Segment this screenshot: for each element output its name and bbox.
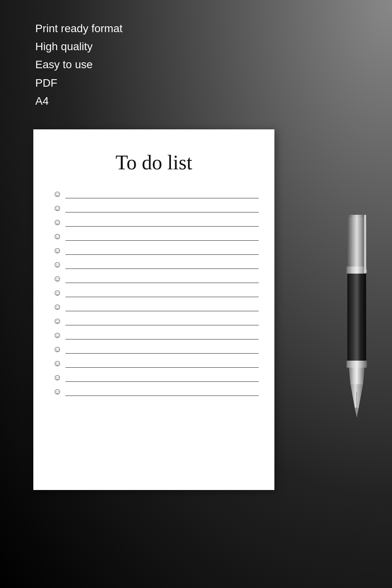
list-item: ☺ [53, 331, 259, 339]
list-item: ☺ [53, 317, 259, 325]
smiley-icon: ☺ [53, 345, 62, 354]
list-item: ☺ [53, 260, 259, 269]
todo-line [65, 373, 259, 382]
todo-line [65, 190, 259, 198]
todo-list: ☺ ☺ ☺ ☺ ☺ ☺ ☺ ☺ [33, 190, 274, 396]
info-line-3: Easy to use [35, 56, 123, 74]
todo-line [65, 331, 259, 339]
info-line-2: High quality [35, 38, 123, 56]
list-item: ☺ [53, 303, 259, 311]
smiley-icon: ☺ [53, 204, 62, 212]
smiley-icon: ☺ [53, 190, 62, 198]
fountain-pen-decoration [337, 208, 376, 419]
smiley-icon: ☺ [53, 373, 62, 382]
list-item: ☺ [53, 289, 259, 297]
pen-svg [337, 208, 376, 419]
list-item: ☺ [53, 232, 259, 241]
list-item: ☺ [53, 204, 259, 212]
todo-line [65, 345, 259, 354]
svg-rect-4 [347, 274, 366, 364]
svg-rect-5 [347, 361, 367, 368]
paper-document: To do list ☺ ☺ ☺ ☺ ☺ ☺ ☺ [33, 129, 274, 490]
todo-line [65, 204, 259, 212]
todo-line [65, 260, 259, 269]
list-item: ☺ [53, 345, 259, 354]
info-line-4: PDF [35, 74, 123, 92]
todo-line [65, 232, 259, 241]
svg-rect-1 [347, 218, 366, 269]
list-item: ☺ [53, 218, 259, 227]
list-item: ☺ [53, 246, 259, 255]
todo-line [65, 289, 259, 297]
todo-line [65, 387, 259, 396]
svg-rect-7 [364, 215, 367, 270]
smiley-icon: ☺ [53, 232, 62, 241]
page-title: To do list [33, 129, 274, 190]
smiley-icon: ☺ [53, 246, 62, 255]
smiley-icon: ☺ [53, 260, 62, 269]
smiley-icon: ☺ [53, 359, 62, 368]
product-info: Print ready format High quality Easy to … [35, 20, 123, 110]
smiley-icon: ☺ [53, 317, 62, 325]
svg-point-8 [363, 269, 367, 273]
smiley-icon: ☺ [53, 289, 62, 297]
list-item: ☺ [53, 373, 259, 382]
info-line-1: Print ready format [35, 20, 123, 38]
smiley-icon: ☺ [53, 274, 62, 283]
todo-line [65, 359, 259, 368]
todo-line [65, 303, 259, 311]
smiley-icon: ☺ [53, 387, 62, 396]
smiley-icon: ☺ [53, 218, 62, 227]
list-item: ☺ [53, 190, 259, 198]
todo-line [65, 246, 259, 255]
list-item: ☺ [53, 274, 259, 283]
smiley-icon: ☺ [53, 331, 62, 339]
list-item: ☺ [53, 387, 259, 396]
info-line-5: A4 [35, 92, 123, 110]
smiley-icon: ☺ [53, 303, 62, 311]
todo-line [65, 317, 259, 325]
todo-line [65, 274, 259, 283]
list-item: ☺ [53, 359, 259, 368]
todo-line [65, 218, 259, 227]
